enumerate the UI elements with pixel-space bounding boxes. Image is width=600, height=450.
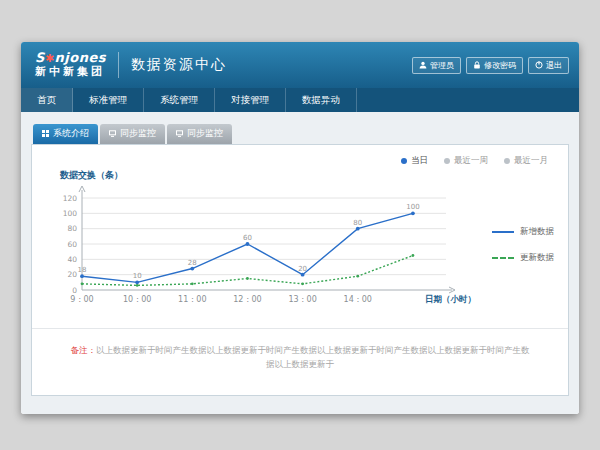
company-name: 新中新集团 xyxy=(35,66,106,79)
series-legend-item: 更新数据 xyxy=(492,252,554,264)
page-title: 数据资源中心 xyxy=(131,56,227,74)
footer-note: 备注：以上数据更新于时间产生数据以上数据更新于时间产生数据以上数据更新于时间产生… xyxy=(44,329,556,372)
svg-text:60: 60 xyxy=(243,234,252,242)
legend-line-sample xyxy=(492,231,514,233)
svg-text:10: 10 xyxy=(133,272,142,280)
header: S✱njones 新中新集团 数据资源中心 管理员 修改密码 xyxy=(21,42,579,88)
filter-last-month[interactable]: 最近一月 xyxy=(504,155,548,167)
legend-label: 更新数据 xyxy=(520,252,554,264)
note-text: 以上数据更新于时间产生数据以上数据更新于时间产生数据以上数据更新于时间产生数据以… xyxy=(96,345,530,369)
svg-text:120: 120 xyxy=(63,194,78,203)
filter-label: 当日 xyxy=(411,155,428,167)
grid-icon xyxy=(42,129,49,139)
svg-text:20: 20 xyxy=(298,265,307,273)
tab-label: 同步监控 xyxy=(120,127,156,140)
filter-dot-icon xyxy=(444,158,450,164)
lock-icon xyxy=(473,61,481,69)
tab-label: 系统介绍 xyxy=(53,127,89,140)
svg-text:日期（小时）: 日期（小时） xyxy=(425,294,476,304)
svg-text:12：00: 12：00 xyxy=(233,295,261,304)
logout-icon xyxy=(535,61,543,69)
tab-label: 同步监控 xyxy=(187,127,223,140)
filter-dot-icon xyxy=(401,158,407,164)
filter-last-week[interactable]: 最近一周 xyxy=(444,155,488,167)
svg-text:80: 80 xyxy=(67,224,77,233)
filter-dot-icon xyxy=(504,158,510,164)
tab-bar: 系统介绍 同步监控 同步监控 xyxy=(31,124,569,144)
main-nav: 首页 标准管理 系统管理 对接管理 数据异动 xyxy=(21,88,579,112)
svg-text:20: 20 xyxy=(67,270,77,279)
nav-item-connect-mgmt[interactable]: 对接管理 xyxy=(215,88,286,112)
chart-area: 0204060801001209：0010：0011：0012：0013：001… xyxy=(48,184,556,324)
chart-panel: 当日 最近一周 最近一月 数据交换（条） 0204060801001209：00… xyxy=(31,144,569,396)
nav-item-system-mgmt[interactable]: 系统管理 xyxy=(144,88,215,112)
svg-text:11：00: 11：00 xyxy=(178,295,206,304)
line-chart-svg: 0204060801001209：0010：0011：0012：0013：001… xyxy=(48,184,478,316)
admin-button-label: 管理员 xyxy=(430,60,454,71)
app-window: S✱njones 新中新集团 数据资源中心 管理员 修改密码 xyxy=(21,42,579,414)
tab-system-intro[interactable]: 系统介绍 xyxy=(33,124,98,144)
filter-today[interactable]: 当日 xyxy=(401,155,428,167)
nav-item-home[interactable]: 首页 xyxy=(21,88,73,112)
svg-text:9：00: 9：00 xyxy=(70,295,93,304)
series-legend: 新增数据更新数据 xyxy=(492,226,554,264)
range-filters: 当日 最近一周 最近一月 xyxy=(401,155,548,167)
user-icon xyxy=(419,61,427,69)
tab-sync-monitor-1[interactable]: 同步监控 xyxy=(100,124,165,144)
nav-item-standard-mgmt[interactable]: 标准管理 xyxy=(73,88,144,112)
monitor-icon xyxy=(176,129,183,139)
svg-text:80: 80 xyxy=(353,219,362,227)
logout-button[interactable]: 退出 xyxy=(528,57,569,74)
content-area: 系统介绍 同步监控 同步监控 当日 xyxy=(21,112,579,414)
svg-text:100: 100 xyxy=(406,203,419,211)
monitor-icon xyxy=(109,129,116,139)
svg-text:40: 40 xyxy=(67,255,77,264)
user-actions: 管理员 修改密码 退出 xyxy=(412,57,569,74)
admin-button[interactable]: 管理员 xyxy=(412,57,461,74)
svg-text:14：00: 14：00 xyxy=(344,295,372,304)
filter-label: 最近一月 xyxy=(514,155,548,167)
logout-button-label: 退出 xyxy=(546,60,562,71)
svg-text:10：00: 10：00 xyxy=(123,295,151,304)
tab-sync-monitor-2[interactable]: 同步监控 xyxy=(167,124,232,144)
svg-text:18: 18 xyxy=(78,266,87,274)
series-legend-item: 新增数据 xyxy=(492,226,554,238)
logo-star-icon: ✱ xyxy=(45,52,55,65)
svg-text:100: 100 xyxy=(63,209,78,218)
svg-text:0: 0 xyxy=(72,286,77,295)
change-password-button[interactable]: 修改密码 xyxy=(466,57,523,74)
header-divider xyxy=(118,52,119,78)
legend-line-sample xyxy=(492,257,514,259)
svg-text:28: 28 xyxy=(188,259,197,267)
nav-item-data-change[interactable]: 数据异动 xyxy=(286,88,357,112)
logo: S✱njones 新中新集团 xyxy=(35,51,106,79)
brand-text: S✱njones xyxy=(35,51,106,66)
filter-label: 最近一周 xyxy=(454,155,488,167)
y-axis-label: 数据交换（条） xyxy=(60,169,556,182)
note-prefix: 备注： xyxy=(71,345,97,355)
svg-text:13：00: 13：00 xyxy=(288,295,316,304)
legend-label: 新增数据 xyxy=(520,226,554,238)
svg-text:60: 60 xyxy=(67,240,77,249)
change-password-button-label: 修改密码 xyxy=(484,60,516,71)
